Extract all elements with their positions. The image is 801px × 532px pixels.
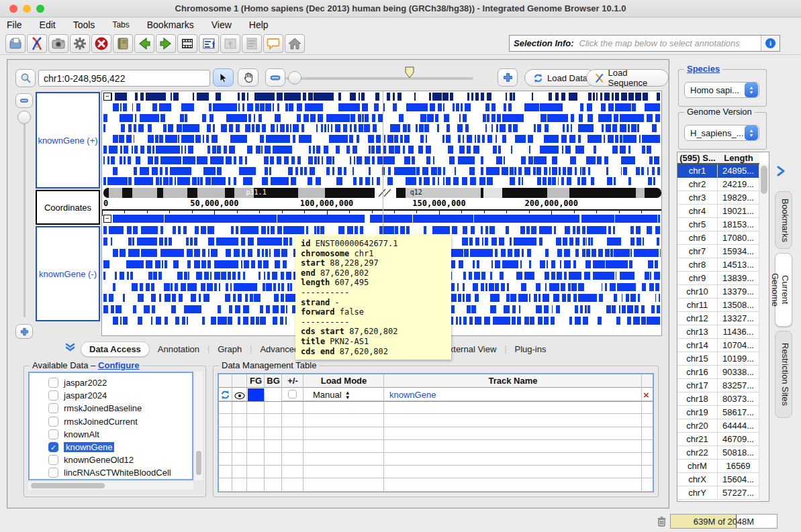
chrom-row-chr13[interactable]: chr13 [677, 325, 718, 339]
chrom-row-chrX[interactable]: chrX [677, 473, 718, 486]
dmt-header-FG[interactable]: FG [247, 374, 265, 388]
stop-button[interactable] [91, 34, 111, 53]
chrom-row-chr19[interactable]: 58617... [718, 406, 759, 419]
chrom-row-chrY[interactable]: chrY [677, 486, 718, 500]
select-tool-button[interactable] [213, 68, 234, 87]
chrom-row-chr14[interactable]: 10704... [718, 339, 759, 352]
pan-tool-button[interactable] [238, 68, 258, 87]
forward-arrow-button[interactable] [156, 34, 176, 53]
dmt-fg-color-cell[interactable] [248, 388, 264, 401]
chrom-table-scroll-thumb[interactable] [761, 166, 767, 194]
genome-version-dropdown[interactable]: H_sapiens_... ▲▼ [684, 125, 759, 141]
vertical-zoom-slider-thumb[interactable] [17, 111, 31, 124]
checkbox-icon[interactable] [48, 429, 58, 439]
menu-tabs[interactable]: Tabs [112, 20, 129, 30]
chrom-row-chr16[interactable]: 90338... [718, 366, 759, 379]
side-tab-bookmarks[interactable]: Bookmarks [775, 191, 792, 249]
available-data-item[interactable]: jaspar2024 [48, 389, 107, 402]
chrom-row-chr1[interactable]: 24895... [718, 164, 759, 178]
species-dropdown[interactable]: Homo sapi... ▲▼ [684, 82, 759, 98]
zoom-in-button[interactable] [498, 68, 518, 87]
chrom-table-header-name[interactable]: (595) S... [677, 152, 718, 164]
available-data-item[interactable]: knownAlt [48, 428, 99, 441]
chrom-row-chr9[interactable]: 13839... [718, 272, 759, 285]
chrom-row-chr12[interactable]: 13327... [718, 312, 759, 325]
side-tab-current-genome[interactable]: Current Genome [775, 253, 792, 327]
copy-disabled-button[interactable] [242, 34, 262, 53]
chrom-row-chr4[interactable]: chr4 [677, 205, 718, 218]
gear-button[interactable] [70, 34, 90, 53]
checkbox-icon[interactable] [48, 403, 58, 413]
available-data-item[interactable]: lincRNAsCTWhiteBloodCell [48, 466, 171, 479]
chrom-row-chr16[interactable]: chr16 [677, 366, 718, 379]
dmt-header-BG[interactable]: BG [265, 374, 282, 388]
dmt-header-Track Name[interactable]: Track Name [384, 374, 642, 388]
track-label-knowngene-minus[interactable]: knownGene (-) [36, 226, 100, 321]
zoom-focus-marker[interactable] [405, 66, 414, 78]
available-data-hscrollbar[interactable] [28, 482, 193, 490]
dmt-plusminus-checkbox[interactable] [288, 390, 297, 398]
search-button[interactable] [15, 69, 36, 87]
zoom-slider-thumb[interactable] [288, 71, 301, 85]
dmt-track-name-cell[interactable]: knownGene [389, 390, 436, 400]
chrom-row-chr3[interactable]: chr3 [677, 191, 718, 205]
chrom-row-chr8[interactable]: 14513... [718, 258, 759, 272]
chrom-row-chr1[interactable]: chr1 [677, 164, 718, 178]
dna-button[interactable] [27, 34, 47, 53]
chrom-row-chr5[interactable]: 18153... [718, 218, 759, 231]
available-data-vscrollbar[interactable] [195, 372, 203, 480]
chrom-row-chr2[interactable]: chr2 [677, 178, 718, 191]
menu-view[interactable]: View [211, 19, 232, 30]
chrom-row-chr12[interactable]: chr12 [677, 312, 718, 325]
tab-annotation[interactable]: Annotation [150, 342, 207, 356]
chrom-row-chr9[interactable]: chr9 [677, 272, 718, 285]
chrom-row-chr2[interactable]: 24219... [718, 178, 759, 191]
checkbox-icon[interactable] [48, 468, 58, 478]
dmt-header-Load Mode[interactable]: Load Mode [303, 374, 384, 388]
chrom-row-chr5[interactable]: chr5 [677, 218, 718, 231]
dmt-load-mode-select[interactable]: Manual ▲▼ [313, 390, 350, 400]
vertical-zoom-slider-track[interactable] [23, 112, 26, 317]
selection-info-button[interactable]: i [761, 36, 780, 51]
chrom-row-chr11[interactable]: chr11 [677, 299, 718, 312]
menu-edit[interactable]: Edit [40, 19, 56, 30]
chrom-row-chr10[interactable]: 13379... [718, 285, 759, 299]
vertical-zoom-in-button[interactable] [15, 324, 33, 339]
dmt-delete-track-button[interactable]: × [643, 389, 649, 401]
chrom-row-chr18[interactable]: 80373... [718, 392, 759, 406]
collapse-minus-track-handle[interactable]: − [103, 215, 111, 223]
book-button[interactable] [113, 34, 133, 53]
chrom-row-chr4[interactable]: 19021... [718, 205, 759, 218]
chrom-row-chr15[interactable]: chr15 [677, 352, 718, 366]
dmt-header-+/-[interactable]: +/- [282, 374, 303, 388]
dmt-header-col1[interactable] [232, 374, 247, 388]
chrom-row-chr13[interactable]: 11436... [718, 325, 759, 339]
open-file-button[interactable] [5, 34, 26, 53]
track-label-knowngene-plus[interactable]: knownGene (+) [36, 92, 100, 189]
menu-bookmarks[interactable]: Bookmarks [147, 19, 194, 30]
trash-icon[interactable] [657, 516, 667, 527]
memory-gauge[interactable]: 639M of 2048M [670, 514, 778, 529]
chrom-row-chr19[interactable]: chr19 [677, 406, 718, 419]
position-input[interactable] [38, 70, 210, 87]
vertical-zoom-out-button[interactable] [15, 93, 33, 108]
available-data-item[interactable]: jaspar2022 [48, 376, 107, 389]
menu-file[interactable]: File [7, 19, 22, 30]
checkbox-checked-icon[interactable]: ✓ [48, 442, 58, 452]
chrom-row-chr21[interactable]: chr21 [677, 433, 718, 446]
chrom-row-chr15[interactable]: 10199... [718, 352, 759, 366]
chrom-row-chr6[interactable]: 17080... [718, 231, 759, 245]
dmt-bg-color-cell[interactable] [265, 388, 281, 401]
chrom-row-chrM[interactable]: chrM [677, 460, 718, 473]
chrom-row-chr14[interactable]: chr14 [677, 339, 718, 352]
chrom-row-chrY[interactable]: 57227... [718, 486, 759, 500]
chrom-row-chr8[interactable]: chr8 [677, 258, 718, 272]
expand-sidebar-chevron-icon[interactable] [776, 166, 786, 176]
chrom-table-header-length[interactable]: Length [718, 152, 759, 164]
checkbox-icon[interactable] [48, 417, 58, 427]
load-data-button[interactable]: Load Data [524, 69, 596, 87]
tab-graph[interactable]: Graph [209, 342, 250, 356]
tab-plug-ins[interactable]: Plug-ins [506, 342, 554, 356]
chrom-row-chr22[interactable]: 50818... [718, 446, 759, 460]
camera-button[interactable] [48, 34, 68, 53]
